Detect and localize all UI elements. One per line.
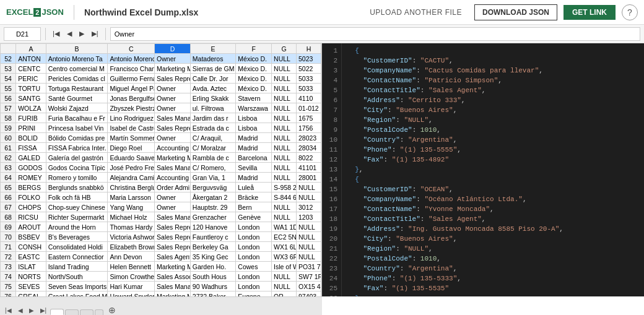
col-header-a[interactable]: A xyxy=(16,44,46,54)
tab-employees[interactable] xyxy=(80,309,94,315)
header: EXCEL 2 JSON Northwind Excel Dump.xlsx U… xyxy=(0,0,644,25)
nav-next-button[interactable]: ▶ xyxy=(77,28,87,39)
toolbar-separator-2 xyxy=(105,28,106,40)
nav-prev-button[interactable]: ◀ xyxy=(64,28,74,39)
table-row[interactable]: 55TORTUTortuga RestaurantMiguel Ángel Pa… xyxy=(1,84,321,93)
formula-toolbar: D21 |◀ ◀ ▶ ▶| Owner xyxy=(0,25,644,43)
page-title: Northwind Excel Dump.xlsx xyxy=(84,7,357,17)
table-row[interactable]: 68RICSURichter SupermarktMichael HolzSal… xyxy=(1,212,321,222)
table-row[interactable]: 61FISSAFISSA Fabrica Inter.Diego RoelAcc… xyxy=(1,143,321,153)
tab-nav-last[interactable]: ▶| xyxy=(38,306,50,315)
json-code[interactable]: { "CustomerID": "CACTU", "CompanyName": … xyxy=(342,43,644,296)
table-row[interactable]: 54PERICPericles Comidas clGuillermo Fern… xyxy=(1,74,321,84)
table-row[interactable]: 65BERGSBerglunds snabbköChristina Berglu… xyxy=(1,183,321,192)
table-row[interactable]: 73ISLATIsland TradingHelen BennettMarket… xyxy=(1,262,321,272)
table-row[interactable]: 76GREALGreat Lakes Food MHoward SnyderMa… xyxy=(1,291,321,297)
help-button[interactable]: ? xyxy=(622,4,638,20)
table-row[interactable]: 71CONSHConsolidated HoldiElizabeth Brown… xyxy=(1,242,321,252)
table-row[interactable]: 53CENTCCentro comercial MFrancisco Chang… xyxy=(1,64,321,74)
table-row[interactable]: 72EASTCEastern ConnectiorAnn DevonSales … xyxy=(1,252,321,262)
tab-nav-prev[interactable]: ◀ xyxy=(15,306,25,315)
table-row[interactable]: 67CHOPSChop-suey ChineseYang WangOwnerHa… xyxy=(1,202,321,212)
line-numbers: 1 2 3 4 5 6 7 8 9 10 11 12 13 14 15 16 1… xyxy=(322,43,342,296)
table-row[interactable]: 75SEVESSeven Seas ImportsHari KumarSales… xyxy=(1,282,321,291)
upload-button[interactable]: UPLOAD ANOTHER FILE xyxy=(363,5,468,20)
table-row[interactable]: 63GODOSGodos Cocina TípicJosé Pedro Frey… xyxy=(1,163,321,173)
table-row[interactable]: 58FURIBFuria Bacalhau e FrLino Rodriguez… xyxy=(1,113,321,123)
table-row[interactable]: 64ROMEYRomero y tomilloAlejandra CamincA… xyxy=(1,173,321,183)
cell-reference-box[interactable]: D21 xyxy=(4,27,41,41)
col-header-e[interactable]: E xyxy=(190,44,236,54)
logo-json-text: JSON xyxy=(41,7,63,17)
col-header-f[interactable]: F xyxy=(236,44,272,54)
col-header-g[interactable]: G xyxy=(272,44,297,54)
tab-nav-first[interactable]: |◀ xyxy=(2,306,14,315)
main-content: A B C D E F G H 52ANTONAntonio Moreno Ta… xyxy=(0,43,644,296)
json-panel: 1 2 3 4 5 6 7 8 9 10 11 12 13 14 15 16 1… xyxy=(322,43,644,296)
col-header-b[interactable]: B xyxy=(46,44,108,54)
logo-excel-text: EXCEL xyxy=(6,7,33,17)
tab-nav-next[interactable]: ▶ xyxy=(27,306,37,315)
sheet-table-wrapper[interactable]: A B C D E F G H 52ANTONAntonio Moreno Ta… xyxy=(0,43,321,296)
table-row[interactable]: 74NORTSNorth/SouthSimon CrowtherSales As… xyxy=(1,272,321,282)
col-header-d[interactable]: D xyxy=(155,44,191,54)
tab-employ-more[interactable] xyxy=(95,309,103,315)
toolbar-separator xyxy=(45,28,46,40)
col-header-c[interactable]: C xyxy=(108,44,155,54)
tab-categories[interactable] xyxy=(65,309,79,315)
json-content-area: 1 2 3 4 5 6 7 8 9 10 11 12 13 14 15 16 1… xyxy=(322,43,644,296)
formula-bar[interactable]: Owner xyxy=(110,27,640,41)
table-row[interactable]: 56SANTGSanté GourmetJonas BergulfsenOwne… xyxy=(1,93,321,103)
table-row[interactable]: 70BSBEVB's BeveragesVictoria AshwortSale… xyxy=(1,232,321,242)
table-row[interactable]: 62GALEDGalería del gastrónEduardo Saaved… xyxy=(1,153,321,163)
table-row[interactable]: 60BOLIDBólido Comidas preMartín SommerOw… xyxy=(1,133,321,143)
table-row[interactable]: 69AROUTAround the HornThomas HardySales … xyxy=(1,222,321,232)
header-divider xyxy=(74,5,74,20)
tab-bar: |◀ ◀ ▶ ▶| ⊕ xyxy=(0,296,322,315)
nav-first-button[interactable]: |◀ xyxy=(50,28,62,39)
table-row[interactable]: 52ANTONAntonio Moreno TaAntonio MorenoOw… xyxy=(1,54,321,64)
col-header-rownum xyxy=(1,44,16,54)
spreadsheet-table: A B C D E F G H 52ANTONAntonio Moreno Ta… xyxy=(0,43,321,296)
spreadsheet-area: A B C D E F G H 52ANTONAntonio Moreno Ta… xyxy=(0,43,322,296)
tab-customers[interactable] xyxy=(50,309,64,315)
tab-add-button[interactable]: ⊕ xyxy=(106,305,118,315)
table-row[interactable]: 57WOLZAWolski ZajazdZbyszek PiestrzenOwn… xyxy=(1,103,321,113)
nav-last-button[interactable]: ▶| xyxy=(89,28,101,39)
col-header-h[interactable]: H xyxy=(297,44,321,54)
logo-2: 2 xyxy=(33,8,41,17)
logo: EXCEL 2 JSON xyxy=(6,7,64,17)
table-row[interactable]: 59PRINIPrincesa Isabel VinIsabel de Cast… xyxy=(1,123,321,133)
table-row[interactable]: 66FOLKOFolk och fä HBMaria LarssonOwnerÅ… xyxy=(1,192,321,202)
get-link-button[interactable]: GET LINK xyxy=(564,5,616,20)
download-json-button[interactable]: DOWNLOAD JSON xyxy=(474,4,557,20)
